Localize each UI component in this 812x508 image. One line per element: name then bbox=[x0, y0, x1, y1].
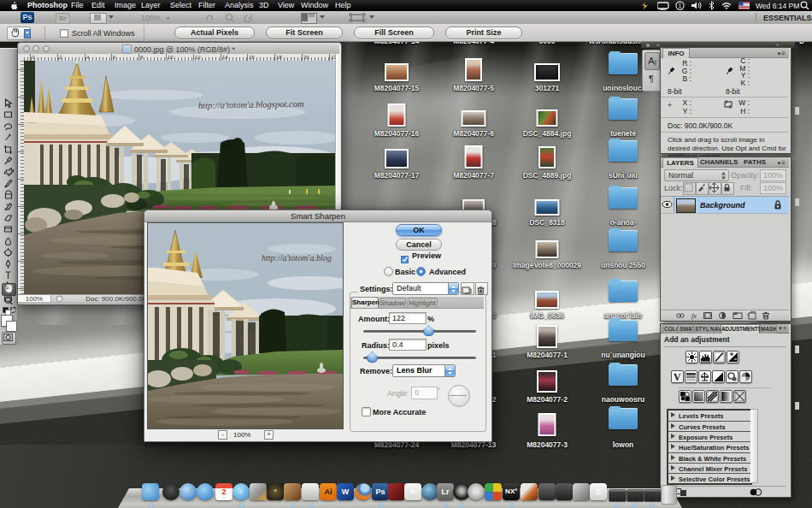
svg-text:http://a'totom'a.blogspot.com: http://a'totom'a.blogspot.com bbox=[198, 99, 304, 110]
svg-text:V: V bbox=[674, 371, 681, 382]
svg-text:1: 1 bbox=[678, 3, 681, 9]
svg-text:http://a'totom'a.blog: http://a'totom'a.blog bbox=[262, 253, 332, 263]
svg-text:fx: fx bbox=[691, 312, 697, 320]
